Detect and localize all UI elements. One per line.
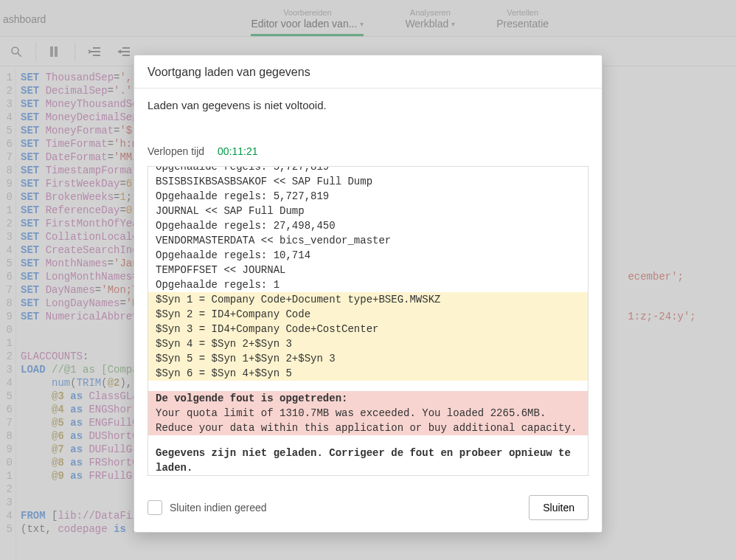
close-button[interactable]: Sluiten <box>529 495 589 520</box>
close-when-done-label: Sluiten indien gereed <box>170 502 267 514</box>
log-line: $Syn 6 = $Syn 4+$Syn 5 <box>148 366 588 381</box>
log-line: $Syn 1 = Company Code+Document type+BSEG… <box>148 292 588 307</box>
error-body: Your quota limit of 1310.7MB was exceede… <box>148 406 588 435</box>
log-line: $Syn 3 = ID4+Company Code+CostCenter <box>148 322 588 336</box>
load-log-panel[interactable]: BSISBSIKBSASBSAK << SAP Full DumpOpgehaa… <box>147 166 589 476</box>
dialog-headline: Laden van gegevens is niet voltooid. <box>147 99 589 111</box>
log-line: VENDORMASTERDATA << bics_vendor_master <box>148 233 588 248</box>
log-line: TEMPOFFSET << JOURNAL <box>148 263 588 277</box>
log-line: Opgehaalde regels: 5,727,819 <box>148 189 588 204</box>
log-line: Opgehaalde regels: 5,727,819 <box>148 166 588 174</box>
elapsed-label: Verlopen tijd <box>147 145 204 157</box>
modal-overlay: Voortgang laden van gegevens Laden van g… <box>0 0 736 560</box>
log-line: Opgehaalde regels: 27,498,450 <box>148 218 588 233</box>
log-line: Opgehaalde regels: 1 <box>148 277 588 292</box>
log-line: Opgehaalde regels: 10,714 <box>148 248 588 263</box>
log-line: $Syn 2 = ID4+Company Code <box>148 307 588 322</box>
log-line: JOURNAL << SAP Full Dump <box>148 204 588 218</box>
log-line: BSISBSIKBSASBSAKOF << SAP Full Dump <box>148 174 588 189</box>
close-when-done-checkbox[interactable] <box>147 500 162 515</box>
error-heading: De volgende fout is opgetreden: <box>148 391 588 406</box>
elapsed-value: 00:11:21 <box>218 145 258 157</box>
dialog-title: Voortgang laden van gegevens <box>134 55 602 89</box>
log-line: $Syn 5 = $Syn 1+$Syn 2+$Syn 3 <box>148 351 588 366</box>
final-status-line: Gegevens zijn niet geladen. Corrigeer de… <box>148 446 588 475</box>
load-progress-dialog: Voortgang laden van gegevens Laden van g… <box>133 55 603 533</box>
log-line: $Syn 4 = $Syn 2+$Syn 3 <box>148 336 588 351</box>
